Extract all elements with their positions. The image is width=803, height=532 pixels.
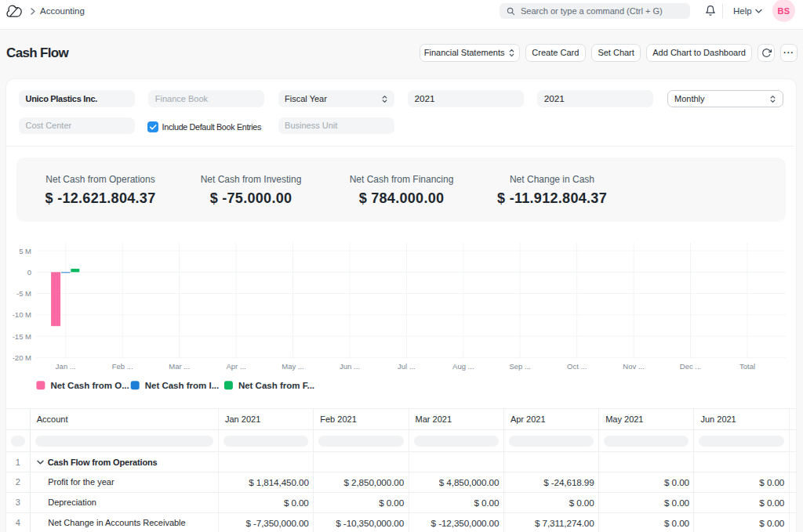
- svg-text:Net Cash from I...: Net Cash from I...: [145, 381, 220, 390]
- svg-text:Dec ...: Dec ...: [680, 362, 701, 371]
- svg-text:-5 M: -5 M: [16, 289, 31, 298]
- svg-text:5 M: 5 M: [19, 247, 31, 255]
- svg-text:Sep ...: Sep ...: [509, 362, 530, 371]
- svg-text:Nov ...: Nov ...: [623, 362, 644, 371]
- svg-text:0: 0: [27, 268, 31, 277]
- svg-text:Net Cash from F...: Net Cash from F...: [238, 381, 314, 390]
- svg-text:Jun ...: Jun ...: [340, 362, 360, 371]
- svg-text:Aug ...: Aug ...: [452, 362, 474, 371]
- svg-text:Feb ...: Feb ...: [112, 362, 133, 371]
- svg-text:-15 M: -15 M: [13, 332, 31, 341]
- svg-text:Total: Total: [739, 362, 755, 371]
- svg-text:-20 M: -20 M: [13, 353, 31, 362]
- svg-text:Oct ...: Oct ...: [567, 362, 587, 371]
- svg-text:Mar ...: Mar ...: [169, 362, 190, 371]
- svg-text:Jul ...: Jul ...: [398, 362, 416, 371]
- svg-text:Apr ...: Apr ...: [226, 362, 245, 371]
- svg-text:May ...: May ...: [282, 362, 304, 371]
- svg-text:-10 M: -10 M: [13, 310, 31, 319]
- svg-text:Net Cash from O...: Net Cash from O...: [50, 381, 129, 390]
- svg-text:Jan ...: Jan ...: [56, 362, 76, 371]
